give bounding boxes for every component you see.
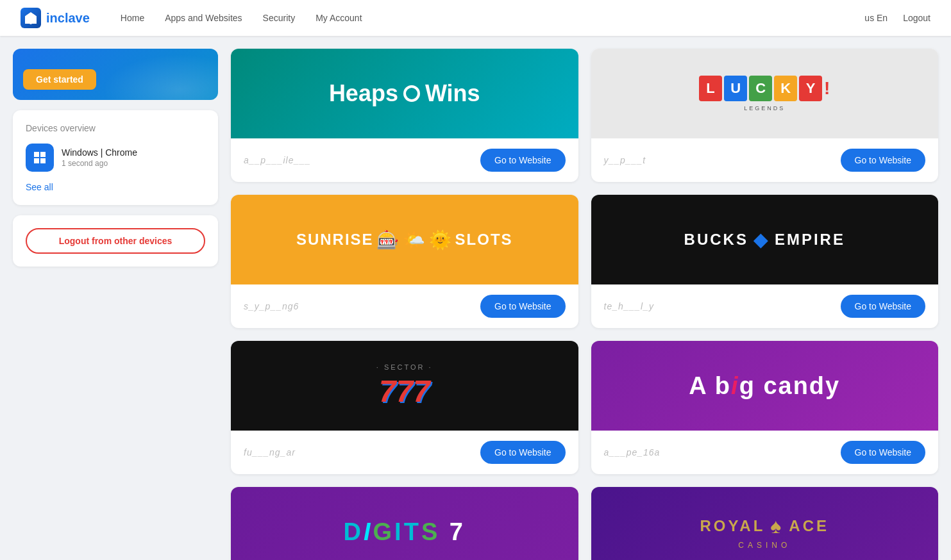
sidebar-wave (90, 49, 218, 100)
sector-777-logo: · SECTOR · 777 (376, 363, 433, 409)
app-card-digits7: DIGITS 7 9r___1g___r Go to Website (231, 487, 578, 560)
devices-card: Devices overview Windows | Chrome 1 seco… (13, 110, 218, 205)
app-info-sunrise-slots: s_y_p__ng6 Go to Website (231, 284, 578, 328)
goto-button-lucky-legends[interactable]: Go to Website (841, 149, 925, 172)
app-card-heaps-wins: Heaps Wins a__p___ile___ Go to Website (231, 49, 578, 182)
goto-button-bucks-empire[interactable]: Go to Website (841, 295, 925, 318)
app-card-big-candy: A big candy a___pe_16a Go to Website (591, 341, 939, 474)
nav-apps[interactable]: Apps and Websites (165, 13, 242, 23)
app-card-royal-ace: ROYAL ♠ ACE CASINO xk___6b_f6 Go to Webs… (591, 487, 939, 560)
get-started-button[interactable]: Get started (23, 69, 96, 90)
app-url-sector-777: fu___ng_ar (244, 447, 296, 457)
app-url-bucks-empire: te_h___l_y (604, 301, 655, 311)
lucky-U: U (724, 76, 747, 101)
bucks-empire-logo: BUCKS ◆ EMPIRE (684, 229, 845, 251)
main-layout: Get started Devices overview Windows | C… (0, 36, 951, 560)
logo-icon (21, 8, 41, 28)
logout-other-button[interactable]: Logout from other devices (26, 228, 205, 254)
lucky-Y: Y (799, 76, 822, 101)
logout-other-card: Logout from other devices (13, 215, 218, 267)
app-info-bucks-empire: te_h___l_y Go to Website (591, 284, 939, 328)
lucky-logo-letters: L U C K Y ! (699, 76, 830, 101)
device-icon (26, 144, 54, 172)
app-url-heaps-wins: a__p___ile___ (244, 155, 311, 165)
app-banner-sector-777: · SECTOR · 777 (231, 341, 578, 431)
logo[interactable]: inclave (21, 8, 90, 28)
lucky-K: K (774, 76, 797, 101)
app-info-lucky-legends: y__p___t Go to Website (591, 138, 939, 182)
app-banner-bucks-empire: BUCKS ◆ EMPIRE (591, 195, 939, 284)
app-banner-royal-ace: ROYAL ♠ ACE CASINO (591, 487, 939, 560)
sidebar: Get started Devices overview Windows | C… (13, 49, 218, 560)
heaps-wins-logo: Heaps Wins (329, 80, 480, 107)
logo-text: inclave (46, 11, 90, 26)
app-card-sector-777: · SECTOR · 777 fu___ng_ar Go to Website (231, 341, 578, 474)
app-card-sunrise-slots: SUNRISE 🎰 🌤️ 🌞 SLOTS s_y_p__ng6 Go to We… (231, 195, 578, 328)
language-selector[interactable]: us En (864, 13, 888, 23)
goto-button-heaps-wins[interactable]: Go to Website (480, 149, 565, 172)
app-card-lucky-legends: L U C K Y ! LEGENDS y__p___t Go to Websi… (591, 49, 939, 182)
logout-button[interactable]: Logout (903, 13, 930, 23)
app-banner-big-candy: A big candy (591, 341, 939, 431)
devices-title: Devices overview (26, 123, 205, 133)
app-banner-digits7: DIGITS 7 (231, 487, 578, 560)
app-url-big-candy: a___pe_16a (604, 447, 661, 457)
app-banner-heaps-wins: Heaps Wins (231, 49, 578, 138)
device-time: 1 second ago (62, 159, 137, 168)
lucky-C: C (749, 76, 772, 101)
app-card-bucks-empire: BUCKS ◆ EMPIRE te_h___l_y Go to Website (591, 195, 939, 328)
spade-icon: ♠ (770, 515, 784, 538)
heaps-o-icon (403, 85, 420, 102)
nav-links: Home Apps and Websites Security My Accou… (121, 13, 865, 23)
app-banner-sunrise-slots: SUNRISE 🎰 🌤️ 🌞 SLOTS (231, 195, 578, 284)
lucky-L: L (699, 76, 722, 101)
nav-home[interactable]: Home (121, 13, 144, 23)
nav-right: us En Logout (864, 13, 930, 23)
nav-security[interactable]: Security (263, 13, 296, 23)
device-info: Windows | Chrome 1 second ago (62, 147, 137, 168)
royal-ace-logo: ROYAL ♠ ACE CASINO (700, 515, 829, 550)
digits7-logo: DIGITS 7 (344, 518, 466, 546)
device-name: Windows | Chrome (62, 147, 137, 158)
sidebar-hero: Get started (13, 49, 218, 100)
lucky-legends-logo: L U C K Y ! LEGENDS (699, 76, 830, 111)
app-info-heaps-wins: a__p___ile___ Go to Website (231, 138, 578, 182)
app-info-sector-777: fu___ng_ar Go to Website (231, 431, 578, 474)
app-info-big-candy: a___pe_16a Go to Website (591, 431, 939, 474)
apps-grid: Heaps Wins a__p___ile___ Go to Website (231, 49, 938, 560)
goto-button-sunrise-slots[interactable]: Go to Website (480, 295, 565, 318)
nav-account[interactable]: My Account (316, 13, 362, 23)
see-all-link[interactable]: See all (26, 182, 205, 192)
sunrise-slots-logo: SUNRISE 🎰 🌤️ 🌞 SLOTS (296, 229, 513, 251)
main-content: Heaps Wins a__p___ile___ Go to Website (231, 49, 938, 560)
device-row: Windows | Chrome 1 second ago (26, 144, 205, 172)
app-url-sunrise-slots: s_y_p__ng6 (244, 301, 299, 311)
navbar: inclave Home Apps and Websites Security … (0, 0, 951, 36)
goto-button-sector-777[interactable]: Go to Website (480, 441, 565, 464)
svg-point-0 (29, 17, 33, 20)
goto-button-big-candy[interactable]: Go to Website (841, 441, 925, 464)
big-candy-logo: A big candy (689, 372, 840, 400)
app-banner-lucky-legends: L U C K Y ! LEGENDS (591, 49, 939, 138)
lucky-legends-subtitle: LEGENDS (699, 105, 830, 111)
app-url-lucky-legends: y__p___t (604, 155, 646, 165)
